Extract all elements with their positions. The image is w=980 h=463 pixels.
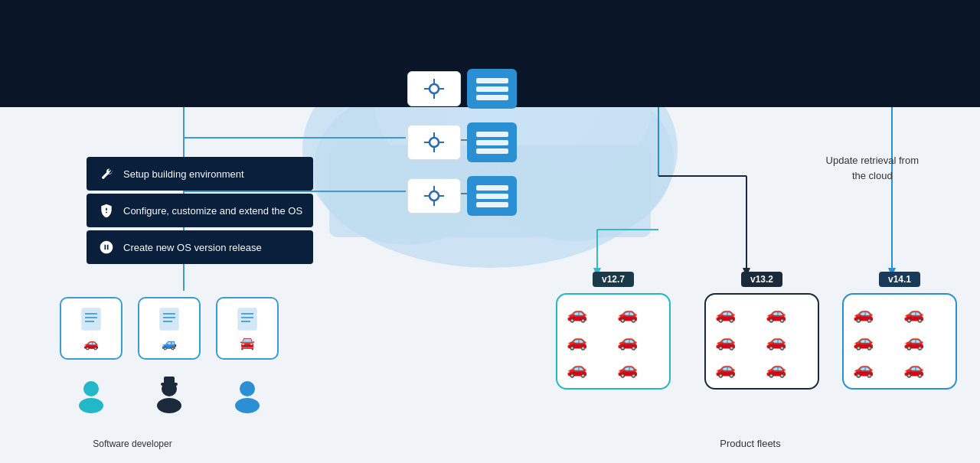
avatar-1 bbox=[72, 375, 110, 413]
menu-item-configure[interactable]: Configure, customize and extend the OS bbox=[87, 194, 313, 227]
car-icon-1: 🚗 bbox=[83, 336, 99, 351]
server-box-1 bbox=[467, 69, 517, 109]
svg-point-31 bbox=[430, 138, 439, 147]
version-badge-v127: v12.7 bbox=[593, 272, 634, 287]
software-developer-label: Software developer bbox=[93, 439, 172, 449]
svg-point-56 bbox=[157, 398, 181, 413]
svg-point-53 bbox=[83, 381, 99, 396]
svg-point-60 bbox=[235, 398, 260, 413]
server-group-3 bbox=[407, 176, 517, 216]
avatar-group-1 bbox=[60, 375, 122, 413]
svg-point-36 bbox=[430, 191, 439, 201]
car-icon-2: 🚙 bbox=[162, 336, 177, 351]
server-group-2 bbox=[407, 122, 517, 162]
menu-item-create[interactable]: Create new OS version release bbox=[87, 230, 313, 264]
avatars-row bbox=[60, 375, 279, 413]
menu-create-label: Create new OS version release bbox=[123, 242, 262, 253]
version-badge-v132: v13.2 bbox=[741, 272, 782, 287]
create-icon bbox=[97, 238, 116, 256]
fleet-box-v132: 🚗 🚗 🚗 🚗 🚗 🚗 bbox=[704, 293, 819, 390]
menu-item-setup[interactable]: Setup building environment bbox=[87, 157, 313, 191]
doc-card-2: 🚙 bbox=[138, 297, 201, 360]
fleet-box-v127: 🚗 🚗 🚗 🚗 🚗 🚗 bbox=[556, 293, 671, 390]
car-icon-3: 🚘 bbox=[240, 336, 255, 351]
svg-rect-41 bbox=[82, 308, 100, 330]
server-box-2 bbox=[467, 122, 517, 162]
version-badge-v141: v14.1 bbox=[879, 272, 920, 287]
avatar-group-3 bbox=[216, 375, 279, 413]
svg-rect-58 bbox=[164, 377, 175, 384]
fleet-box-v141: 🚗 🚗 🚗 🚗 🚗 🚗 bbox=[842, 293, 957, 390]
sidebar-menu: Setup building environment Configure, cu… bbox=[87, 157, 313, 264]
doc-card-1: 🚗 bbox=[60, 297, 122, 360]
update-retrieval-text: Update retrieval fromthe cloud bbox=[826, 153, 919, 183]
config-box-2 bbox=[407, 125, 461, 160]
svg-point-2 bbox=[314, 92, 498, 245]
fleet-v127: v12.7 🚗 🚗 🚗 🚗 🚗 🚗 bbox=[556, 272, 671, 390]
config-box-1 bbox=[407, 71, 461, 106]
avatar-2 bbox=[150, 375, 188, 413]
svg-rect-49 bbox=[238, 308, 256, 330]
menu-setup-label: Setup building environment bbox=[123, 168, 244, 180]
fleet-v132: v13.2 🚗 🚗 🚗 🚗 🚗 🚗 bbox=[704, 272, 819, 390]
config-box-3 bbox=[407, 178, 461, 214]
server-box-3 bbox=[467, 176, 517, 216]
menu-configure-label: Configure, customize and extend the OS bbox=[123, 205, 302, 217]
svg-point-26 bbox=[430, 84, 439, 93]
svg-point-59 bbox=[240, 381, 255, 396]
svg-rect-45 bbox=[160, 308, 178, 330]
wrench-icon bbox=[97, 165, 116, 183]
doc-cards: 🚗 🚙 🚘 bbox=[60, 297, 279, 360]
product-fleets-label: Product fleets bbox=[720, 438, 781, 449]
server-group-1 bbox=[407, 69, 517, 109]
svg-point-54 bbox=[79, 398, 103, 413]
avatar-3 bbox=[228, 375, 266, 413]
shield-icon bbox=[97, 201, 116, 220]
avatar-group-2 bbox=[138, 375, 201, 413]
fleet-v141: v14.1 🚗 🚗 🚗 🚗 🚗 🚗 bbox=[842, 272, 957, 390]
doc-card-3: 🚘 bbox=[216, 297, 279, 360]
